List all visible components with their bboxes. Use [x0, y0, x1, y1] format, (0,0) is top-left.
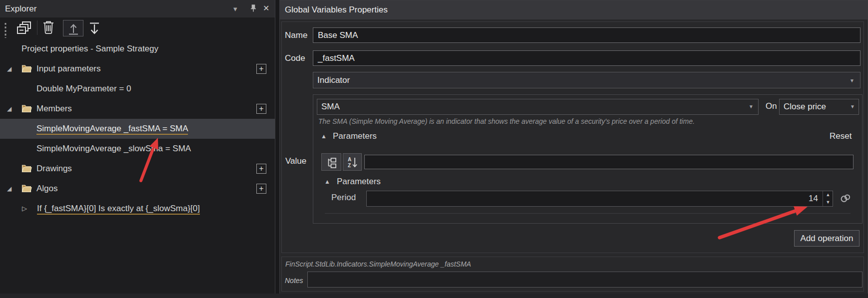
- code-label: Code: [285, 53, 305, 63]
- sort-alphabetical-button[interactable]: AZ: [343, 153, 362, 171]
- folder-icon: [21, 64, 32, 75]
- tree-item-drawings[interactable]: Drawings+: [0, 159, 275, 179]
- name-label: Name: [285, 30, 307, 40]
- explorer-title: Explorer: [5, 0, 36, 17]
- tree-item-algos[interactable]: ◢Algos+: [0, 179, 275, 199]
- chevron-down-icon: ▼: [850, 99, 855, 114]
- pin-icon[interactable]: [249, 4, 257, 15]
- name-input[interactable]: Base SMA: [313, 27, 861, 43]
- collapse-icon[interactable]: ▲: [324, 178, 330, 185]
- tree: Project properties - Sample Strategy◢Inp…: [0, 39, 275, 219]
- price-source-selected: Close price: [784, 102, 826, 111]
- spin-up-icon[interactable]: ▲: [823, 191, 833, 199]
- tree-item-fastsma[interactable]: SimpleMovingAverage _fastSMA = SMA: [0, 119, 275, 139]
- expander-expanded-icon[interactable]: ◢: [7, 59, 11, 79]
- explorer-header: Explorer ▾ ✕: [0, 0, 275, 17]
- svg-text:A: A: [348, 157, 351, 162]
- add-button[interactable]: +: [256, 184, 266, 194]
- inner-parameters-header[interactable]: Parameters: [337, 177, 381, 187]
- tree-item-slowsma[interactable]: SimpleMovingAverage _slowSma = SMA: [0, 139, 275, 159]
- period-label: Period: [331, 193, 356, 203]
- tree-item-label: Project properties - Sample Strategy: [21, 39, 158, 58]
- tree-item-label: Members: [36, 99, 72, 118]
- period-value: 14: [809, 191, 818, 206]
- collapse-icon[interactable]: ▲: [321, 133, 327, 140]
- notes-input[interactable]: [307, 272, 863, 288]
- separator: [325, 213, 851, 214]
- add-button[interactable]: +: [256, 104, 266, 114]
- properties-panel: Global Variables Properties Name Base SM…: [279, 0, 868, 298]
- expander-collapsed-icon[interactable]: ▷: [22, 199, 27, 219]
- footer-box: FinScript.StdLib.Indicators.SimpleMoving…: [281, 257, 864, 292]
- categorized-view-button[interactable]: [321, 153, 341, 171]
- notes-label: Notes: [285, 277, 303, 285]
- link-icon[interactable]: [839, 193, 852, 205]
- toolbar-grip-icon[interactable]: [4, 22, 6, 40]
- reset-link[interactable]: Reset: [830, 131, 852, 141]
- indicator-dropdown[interactable]: SMA ▼: [317, 99, 759, 115]
- move-to-bottom-icon[interactable]: [88, 22, 101, 38]
- explorer-panel: Explorer ▾ ✕ Project prop: [0, 0, 275, 298]
- value-group-box: SMA ▼ On Close price ▼ The SMA (Simple M…: [313, 94, 863, 224]
- chevron-down-icon: ▼: [749, 99, 754, 114]
- indicator-selected: SMA: [321, 102, 340, 111]
- tree-item-label: Double MyParameter = 0: [36, 79, 131, 98]
- svg-text:Z: Z: [348, 163, 351, 168]
- properties-header: Global Variables Properties: [280, 0, 868, 19]
- period-spinner: ▲ ▼: [823, 191, 833, 206]
- tree-item-project-properties[interactable]: Project properties - Sample Strategy: [0, 39, 275, 59]
- parameters-filter-input[interactable]: [364, 155, 854, 169]
- window-bottom-edge: [0, 294, 868, 298]
- spin-down-icon[interactable]: ▼: [823, 199, 833, 206]
- add-operation-button[interactable]: Add operation: [794, 230, 860, 247]
- expander-expanded-icon[interactable]: ◢: [7, 179, 11, 199]
- member-path: FinScript.StdLib.Indicators.SimpleMoving…: [285, 260, 471, 268]
- tree-item-if-condition[interactable]: ▷If {_fastSMA}[0] Is exactly at {_slowSm…: [0, 199, 275, 219]
- parameters-header[interactable]: Parameters: [333, 131, 377, 141]
- explorer-toolbar: [0, 17, 275, 38]
- indicator-description: The SMA (Simple Moving Average) is an in…: [318, 117, 695, 125]
- tree-item-label: If {_fastSMA}[0] Is exactly at {_slowSma…: [37, 199, 200, 218]
- add-button[interactable]: +: [256, 64, 266, 74]
- expander-expanded-icon[interactable]: ◢: [7, 99, 11, 119]
- add-button[interactable]: +: [256, 164, 266, 174]
- folder-icon: [21, 104, 32, 115]
- tree-item-label: Algos: [36, 179, 58, 198]
- move-to-top-button[interactable]: [63, 20, 83, 36]
- tree-item-label: Drawings: [36, 159, 72, 178]
- period-input[interactable]: 14 ▲ ▼: [366, 191, 833, 207]
- value-type-selected: Indicator: [317, 75, 350, 85]
- tree-item-members[interactable]: ◢Members+: [0, 99, 275, 119]
- copy-properties-icon[interactable]: [16, 21, 32, 38]
- folder-icon: [21, 164, 32, 175]
- window-menu-caret-icon[interactable]: ▾: [233, 0, 237, 17]
- tree-item-label: SimpleMovingAverage _slowSma = SMA: [36, 139, 191, 158]
- delete-icon[interactable]: [42, 20, 55, 37]
- properties-title: Global Variables Properties: [285, 0, 388, 19]
- tree-item-input-parameters[interactable]: ◢Input parameters+: [0, 59, 275, 79]
- value-label: Value: [285, 156, 306, 166]
- tree-item-label: SimpleMovingAverage _fastSMA = SMA: [36, 119, 188, 138]
- close-icon[interactable]: ✕: [263, 0, 269, 16]
- tree-item-double-myparameter[interactable]: Double MyParameter = 0: [0, 79, 275, 99]
- value-type-dropdown[interactable]: Indicator ▼: [313, 72, 861, 88]
- chevron-down-icon: ▼: [850, 72, 855, 89]
- on-label: On: [766, 101, 777, 111]
- price-source-dropdown[interactable]: Close price ▼: [779, 99, 859, 115]
- tree-item-label: Input parameters: [36, 59, 101, 78]
- code-input[interactable]: _fastSMA: [313, 50, 861, 66]
- toolbar-separator: [37, 20, 37, 35]
- folder-icon: [21, 184, 32, 195]
